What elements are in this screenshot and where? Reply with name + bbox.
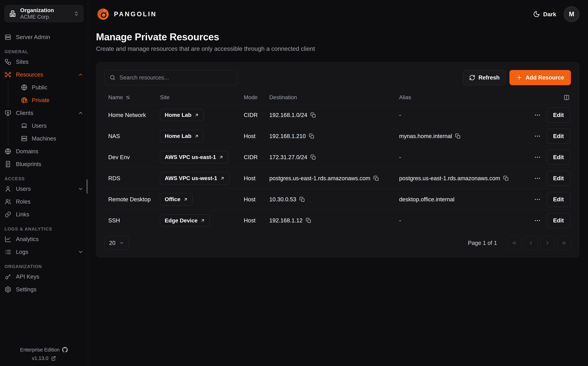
copy-destination-button[interactable] [373,175,379,181]
add-resource-button[interactable]: Add Resource [509,70,571,85]
sidebar-item-domains[interactable]: Domains [5,145,83,158]
sidebar-footer: Enterprise Edition v1.13.0 [5,344,83,361]
copy-alias-button[interactable] [455,133,461,139]
page-status: Page 1 of 1 [468,240,497,246]
sidebar-item-label: Clients [16,110,73,116]
sidebar-item-public[interactable]: Public [21,81,83,94]
search-box [104,70,237,85]
section-label-logs-analytics: LOGS & ANALYTICS [5,226,83,232]
column-header-label: Name [108,94,123,100]
edit-button[interactable]: Edit [547,129,570,144]
brand: PANGOLIN [96,7,157,21]
resources-subgroup: Public Private [8,81,83,107]
row-menu-button[interactable] [534,154,541,161]
sidebar-item-analytics[interactable]: Analytics [5,233,83,245]
topbar-right: Dark M [533,6,579,22]
site-link-chip[interactable]: Home Lab [160,109,204,121]
avatar[interactable]: M [564,6,579,22]
arrow-up-right-icon [200,218,205,223]
resource-mode: Host [244,217,269,224]
row-menu-button[interactable] [534,196,541,203]
sidebar-item-client-users[interactable]: Users [21,119,83,132]
prev-page-button[interactable] [524,236,538,250]
arrow-up-right-icon [194,113,199,117]
search-input[interactable] [119,74,232,81]
first-page-button[interactable] [507,236,521,250]
arrow-up-right-icon [183,197,188,202]
resource-destination: 172.31.27.0/24 [269,154,307,160]
sidebar-scrollbar[interactable] [87,179,88,194]
section-label-access: ACCESS [5,176,83,182]
site-link-chip[interactable]: Office [160,193,193,206]
sidebar-item-settings[interactable]: Settings [5,283,83,296]
edit-button[interactable]: Edit [547,192,570,207]
clients-subgroup: Users Machines [8,119,83,145]
refresh-button[interactable]: Refresh [463,70,506,85]
version-link[interactable]: v1.13.0 [5,355,83,361]
sidebar-item-machines[interactable]: Machines [21,132,83,145]
column-header-name[interactable]: Name [108,94,160,100]
sidebar-nav: Server Admin GENERAL Sites Resources Pub… [5,31,83,296]
page-title: Manage Private Resources [96,31,579,43]
copy-destination-button[interactable] [310,154,316,160]
copy-destination-button[interactable] [310,112,316,118]
site-link-chip[interactable]: AWS VPC us-west-1 [160,172,229,184]
site-link-chip[interactable]: AWS VPC us-east-1 [160,151,228,163]
theme-toggle[interactable]: Dark [533,11,556,18]
site-link-chip[interactable]: Edge Device [160,214,210,227]
edit-button[interactable]: Edit [547,108,570,122]
copy-destination-button[interactable] [306,218,311,223]
last-page-button[interactable] [557,236,571,250]
copy-alias-button[interactable] [503,175,509,181]
sidebar-item-label: Domains [16,148,83,155]
row-menu-button[interactable] [534,217,541,224]
sidebar-item-logs[interactable]: Logs [5,245,83,258]
page-size-select[interactable]: 20 [104,236,129,250]
sidebar-item-clients[interactable]: Clients [5,107,83,119]
copy-destination-button[interactable] [299,197,305,202]
sidebar-item-private[interactable]: Private [21,94,83,107]
row-menu-button[interactable] [534,112,541,119]
monitor-up-icon [5,110,11,116]
sidebar-item-roles[interactable]: Roles [5,195,83,208]
sidebar-item-label: Server Admin [16,34,83,40]
edit-button[interactable]: Edit [547,213,570,228]
table-body: Home Network Home Lab CIDR 192.168.1.0/2… [104,105,571,231]
site-name: Home Lab [165,133,191,139]
sidebar-item-api-keys[interactable]: API Keys [5,270,83,283]
resource-alias: mynas.home.internal [399,133,452,139]
theme-toggle-label: Dark [543,11,556,18]
edit-button[interactable]: Edit [547,171,570,186]
main-content: PANGOLIN Dark M Manage Private Resources… [88,0,588,366]
org-selector[interactable]: Organization ACME Corp. [5,5,83,22]
add-resource-button-label: Add Resource [526,74,564,81]
sidebar-item-server-admin[interactable]: Server Admin [5,31,83,44]
sidebar-item-resources[interactable]: Resources [5,68,83,81]
next-page-button[interactable] [541,236,554,250]
link-icon [5,211,11,218]
sidebar-item-label: Settings [16,286,83,293]
globe-icon [21,84,28,91]
sidebar-item-links[interactable]: Links [5,208,83,221]
pangolin-logo-icon [96,7,110,21]
sidebar-item-users[interactable]: Users [5,183,83,195]
columns-visibility-button[interactable] [563,94,570,101]
copy-destination-button[interactable] [309,133,314,139]
arrow-up-right-icon [219,155,224,160]
edition-link[interactable]: Enterprise Edition [5,347,83,353]
table-row: Home Network Home Lab CIDR 192.168.1.0/2… [104,105,571,126]
chart-icon [5,236,11,243]
table-header: Name Site Mode Destination Alias [104,90,571,105]
key-icon [5,273,11,280]
edit-button[interactable]: Edit [547,150,570,165]
row-menu-button[interactable] [534,133,541,140]
resource-destination: 192.168.1.0/24 [269,112,307,118]
chevron-down-icon [78,249,83,255]
row-menu-button[interactable] [534,175,541,182]
user-icon [5,185,11,192]
sidebar-item-blueprints[interactable]: Blueprints [5,158,83,171]
resource-alias: - [399,154,401,160]
sidebar-item-sites[interactable]: Sites [5,55,83,68]
external-link-icon [51,356,56,361]
site-link-chip[interactable]: Home Lab [160,130,204,142]
